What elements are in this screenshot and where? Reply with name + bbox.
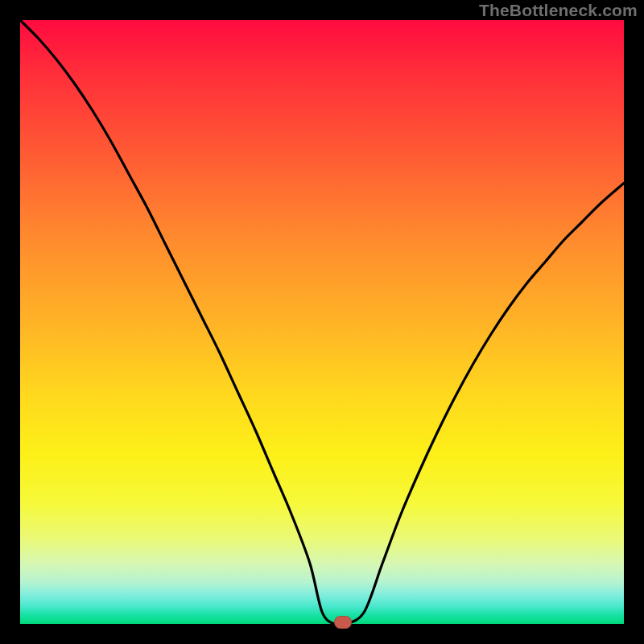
trough-marker — [334, 616, 352, 629]
bottleneck-curve — [20, 20, 624, 624]
chart-frame: TheBottleneck.com — [0, 0, 644, 644]
curve-path — [20, 20, 624, 624]
plot-area — [20, 20, 624, 624]
watermark-text: TheBottleneck.com — [479, 1, 638, 20]
